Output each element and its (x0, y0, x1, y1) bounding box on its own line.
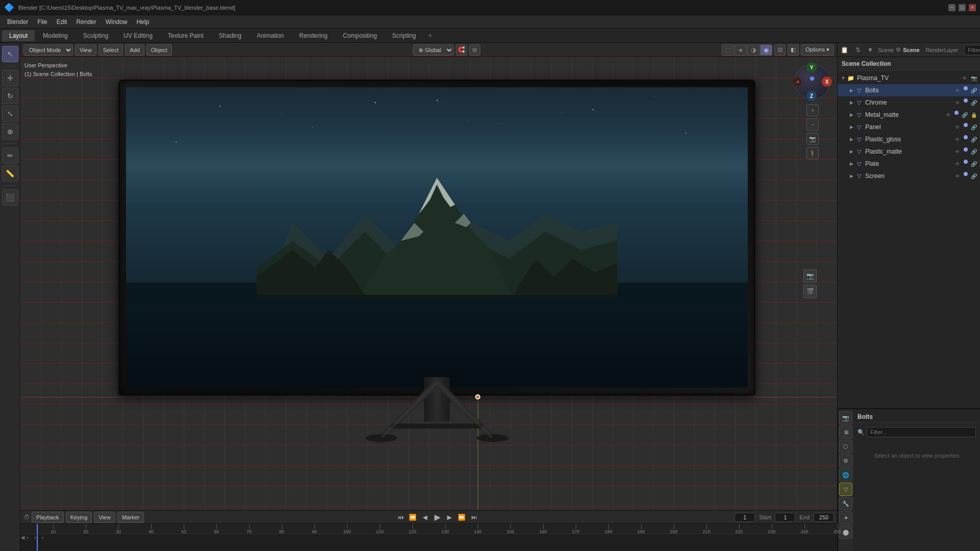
tree-item-bolts[interactable]: ▶ ▽ Bolts 👁 🔗 (838, 84, 980, 96)
add-cube-tool[interactable]: ⬛ (2, 189, 18, 206)
proportional-toggle[interactable]: ◎ (469, 44, 480, 56)
current-frame-input[interactable]: 1 (734, 513, 755, 522)
render-shade-btn[interactable]: ◉ (760, 44, 772, 56)
prev-frame-btn[interactable]: ⏪ (408, 512, 418, 522)
tree-arrow-metal-matte[interactable]: ▶ (848, 111, 855, 118)
timeline-content[interactable] (20, 534, 837, 551)
overlay-toggle[interactable]: ⊡ (774, 44, 786, 56)
jump-end-btn[interactable]: ⏭ (469, 512, 479, 522)
nav-y-axis[interactable]: Y (806, 62, 817, 72)
tree-item-plate[interactable]: ▶ ▽ Plate 👁 🔗 (838, 158, 980, 170)
camera-view-button[interactable]: 📷 (806, 133, 819, 145)
props-render-btn[interactable]: 📷 (839, 411, 852, 424)
visibility-btn-chrome[interactable]: 👁 (953, 98, 962, 107)
tree-arrow-bolts[interactable]: ▶ (848, 87, 855, 94)
zoom-out-button[interactable]: − (806, 118, 819, 131)
object-menu-button[interactable]: Object (146, 44, 172, 56)
visibility-btn-panel[interactable]: 👁 (953, 123, 962, 131)
props-modifier-btn[interactable]: 🔧 (839, 497, 852, 510)
scale-tool[interactable]: ⤡ (2, 106, 18, 122)
transform-tool[interactable]: ⊕ (2, 123, 18, 140)
restrict-btn-screen[interactable]: 🔗 (970, 172, 978, 180)
select-tool[interactable]: ↖ (2, 46, 18, 62)
jump-start-btn[interactable]: ⏮ (396, 512, 406, 522)
maximize-button[interactable]: □ (959, 4, 966, 11)
props-world-btn[interactable]: 🌐 (839, 468, 852, 482)
menu-window[interactable]: Window (102, 17, 132, 27)
tree-arrow-screen[interactable]: ▶ (848, 172, 855, 180)
nav-gizmo[interactable]: X -X Y Z (792, 61, 833, 102)
tree-item-panel[interactable]: ▶ ▽ Panel 👁 🔗 (838, 121, 980, 133)
visibility-btn-plastic-gloss[interactable]: 👁 (953, 135, 962, 143)
tab-scripting[interactable]: Scripting (385, 30, 423, 41)
visibility-btn-plastic-matte[interactable]: 👁 (953, 147, 962, 156)
tree-item-plasma-tv[interactable]: ▼ 📁 Plasma_TV 👁 📷 (838, 72, 980, 84)
visibility-btn-plasma-tv[interactable]: 👁 (961, 74, 969, 82)
viewport-render-icon[interactable]: 🎬 (803, 285, 817, 298)
props-output-btn[interactable]: 🖥 (839, 425, 852, 439)
keying-menu[interactable]: Keying (66, 512, 92, 523)
view-menu-button[interactable]: View (75, 44, 96, 56)
object-mode-select[interactable]: Object Mode Edit Mode Sculpt Mode (23, 44, 73, 56)
next-frame-btn[interactable]: ⏩ (457, 512, 467, 522)
nav-x-axis[interactable]: X (822, 77, 832, 87)
play-btn[interactable]: ▶ (432, 512, 443, 522)
nav-x-neg-axis[interactable]: -X (793, 78, 801, 86)
tree-item-chrome[interactable]: ▶ ▽ Chrome 👁 🔗 (838, 96, 980, 109)
props-object-btn[interactable]: ▽ (839, 483, 852, 496)
tab-shading[interactable]: Shading (212, 30, 249, 41)
tree-arrow-panel[interactable]: ▶ (848, 123, 855, 131)
tab-modeling[interactable]: Modeling (36, 30, 75, 41)
outliner-sort-icon[interactable]: ⇅ (852, 44, 864, 56)
walk-mode-button[interactable]: 🚶 (806, 147, 819, 159)
restrict-btn-bolts[interactable]: 🔗 (970, 86, 978, 94)
transform-space-select[interactable]: ⊕ Global Local Normal (413, 44, 454, 56)
visibility-btn-metal-matte[interactable]: 👁 (944, 111, 952, 119)
props-particles-btn[interactable]: ✦ (839, 511, 852, 524)
tab-texture-paint[interactable]: Texture Paint (161, 30, 211, 41)
end-frame-input[interactable]: 250 (814, 513, 834, 522)
nav-z-axis[interactable]: Z (806, 91, 817, 101)
snap-toggle[interactable]: 🧲 (456, 44, 467, 56)
restrict-btn-plastic-matte[interactable]: 🔗 (970, 147, 978, 156)
tab-sculpting[interactable]: Sculpting (76, 30, 115, 41)
tab-rendering[interactable]: Rendering (292, 30, 334, 41)
3d-viewport[interactable]: User Perspective (1) Scene Collection | … (20, 57, 837, 510)
tab-animation[interactable]: Animation (250, 30, 291, 41)
measure-tool[interactable]: 📏 (2, 165, 18, 182)
tree-arrow-plastic-matte[interactable]: ▶ (848, 148, 855, 155)
options-button[interactable]: Options ▾ (801, 44, 834, 56)
tree-arrow-plasma-tv[interactable]: ▼ (840, 74, 847, 82)
material-shade-btn[interactable]: ◑ (747, 44, 760, 56)
timeline-view-menu[interactable]: View (94, 512, 115, 523)
xray-toggle[interactable]: ◧ (788, 44, 799, 56)
props-view-layer-btn[interactable]: ⬡ (839, 440, 852, 453)
tab-layout[interactable]: Layout (2, 30, 35, 41)
next-keyframe-btn[interactable]: ▶ (445, 512, 455, 522)
menu-help[interactable]: Help (132, 17, 153, 27)
annotate-tool[interactable]: ✏ (2, 147, 18, 164)
restrict-btn-chrome[interactable]: 🔗 (970, 98, 978, 107)
add-workspace-button[interactable]: + (424, 30, 436, 41)
render-btn-plasma-tv[interactable]: 📷 (970, 74, 978, 82)
close-button[interactable]: × (969, 4, 976, 11)
tree-item-plastic-matte[interactable]: ▶ ▽ Plastic_matte 👁 🔗 (838, 145, 980, 158)
menu-blender[interactable]: Blender (3, 17, 32, 27)
outliner-filter-icon[interactable]: ▼ (865, 44, 876, 56)
visibility-btn-plate[interactable]: 👁 (953, 160, 962, 168)
visibility-btn-screen[interactable]: 👁 (953, 172, 962, 180)
tree-item-plastic-gloss[interactable]: ▶ ▽ Plastic_gloss 👁 🔗 (838, 133, 980, 145)
add-menu-button[interactable]: Add (125, 44, 144, 56)
viewport-camera-icon[interactable]: 📷 (803, 269, 817, 283)
zoom-in-button[interactable]: + (806, 104, 819, 116)
tab-compositing[interactable]: Compositing (336, 30, 384, 41)
restrict-btn-panel[interactable]: 🔗 (970, 123, 978, 131)
tab-uv-editing[interactable]: UV Editing (116, 30, 160, 41)
solid-shade-btn[interactable]: ● (734, 44, 747, 56)
marker-menu[interactable]: Marker (117, 512, 144, 523)
tree-arrow-plastic-gloss[interactable]: ▶ (848, 136, 855, 143)
tree-arrow-chrome[interactable]: ▶ (848, 99, 855, 106)
menu-edit[interactable]: Edit (53, 17, 71, 27)
rotate-tool[interactable]: ↻ (2, 88, 18, 104)
tree-item-metal-matte[interactable]: ▶ ▽ Metal_matte 👁 🔗 🔒 (838, 109, 980, 121)
